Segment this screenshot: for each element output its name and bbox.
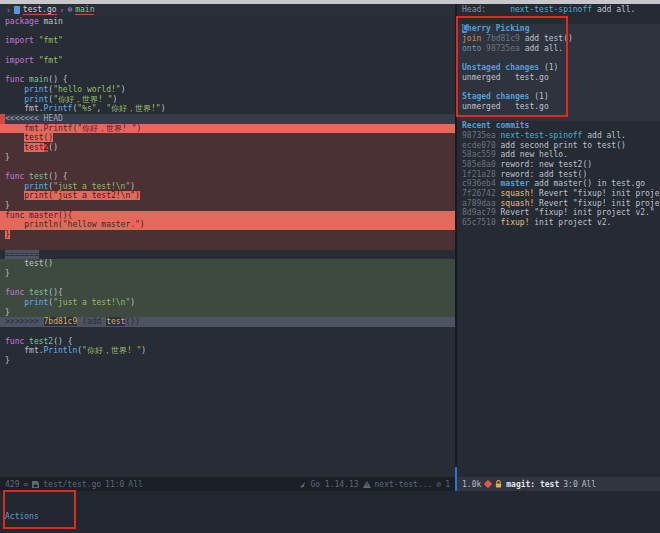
echo-area: Actions A Continue s Skip a Abort: [0, 491, 660, 533]
cursor-position: 11:0: [105, 480, 124, 489]
annotation-box-cherry-pick-section: [456, 16, 568, 117]
code-line: test2(): [0, 143, 455, 153]
editor-modeline: 429 ∞ test/test.go 11:0 All Go 1.14.13 n…: [0, 477, 455, 491]
code-line: print("just a test!\n"): [0, 298, 455, 308]
git-icon: [484, 480, 492, 488]
code-line: import "fmt": [0, 36, 455, 46]
magit-line[interactable]: 65c7510 fixup! init project v2.: [457, 218, 660, 228]
code-line: }: [0, 201, 455, 211]
magit-line[interactable]: 1f21a28 reword: add test(): [457, 170, 660, 180]
code-line: fmt.Printf("你好，世界! "): [0, 124, 455, 134]
code-line: fmt.Printf("%s", "你好，世界!"): [0, 104, 455, 114]
code-line: >>>>>>> 7bd81c9 (add test()): [0, 317, 455, 327]
code-line: }: [0, 269, 455, 279]
symbol-method-icon: ⊕: [67, 6, 72, 14]
link-icon: ∞: [23, 480, 28, 489]
breadcrumb-chevron: ›: [60, 6, 65, 15]
magit-line[interactable]: 58ac559 add new hello.: [457, 150, 660, 160]
buffer-name: magit: test: [506, 480, 559, 489]
code-line: [0, 46, 455, 56]
code-line: [0, 327, 455, 337]
code-line: test(): [0, 259, 455, 269]
vcs-branch: next-test...: [375, 480, 433, 489]
warning-icon: [363, 481, 371, 488]
code-line: }: [0, 356, 455, 366]
magit-line[interactable]: 585e8a0 reword: new test2(): [457, 160, 660, 170]
rocket-icon: [299, 481, 306, 488]
transient-heading: Actions: [5, 511, 660, 522]
code-line: print("just a test2!\n"): [0, 191, 455, 201]
annotation-box-actions-menu: [3, 490, 76, 529]
code-line: }: [0, 153, 455, 163]
code-line: import "fmt": [0, 56, 455, 66]
magit-line[interactable]: 8d9ac79 Revert "fixup! init project v2.": [457, 208, 660, 218]
save-icon: [32, 481, 39, 488]
emacs-frame: › test.go › ⊕ main package mainimport "f…: [0, 0, 660, 533]
code-line: package main: [0, 17, 455, 27]
no-issues-icon: ⊘: [436, 480, 441, 489]
magit-line[interactable]: Head: next-test-spinoff add all.: [457, 5, 660, 15]
code-line: func test(){: [0, 288, 455, 298]
magit-line[interactable]: Recent commits: [457, 121, 660, 131]
code-line: test(): [0, 133, 455, 143]
buffer-size: 429: [5, 480, 19, 489]
magit-line[interactable]: c936eb4 master add master() in test.go: [457, 179, 660, 189]
code-line: =======: [0, 250, 455, 260]
code-line: [0, 65, 455, 75]
magit-modeline: 1.0k magit: test 3:0 All: [457, 477, 660, 491]
code-line: print("hello world!"): [0, 85, 455, 95]
code-line: }: [0, 308, 455, 318]
magit-line[interactable]: ecde070 add second print to test(): [457, 141, 660, 151]
scroll-indicator: All: [128, 480, 142, 489]
code-line: [0, 279, 455, 289]
code-line: println("hellow master."): [0, 220, 455, 230]
editor-window: › test.go › ⊕ main package mainimport "f…: [0, 4, 455, 491]
transient-menu: Actions A Continue s Skip a Abort: [0, 491, 660, 533]
code-line: func master(){: [0, 211, 455, 221]
scroll-indicator: All: [582, 480, 596, 489]
breadcrumb: › test.go › ⊕ main: [0, 4, 455, 16]
breadcrumb-symbol[interactable]: main: [75, 5, 94, 15]
code-line: func main() {: [0, 75, 455, 85]
code-line: <<<<<<< HEAD: [0, 114, 455, 124]
issue-count: 1: [445, 480, 450, 489]
code-line: [0, 162, 455, 172]
buffer-size: 1.0k: [462, 480, 481, 489]
cursor-position: 3:0: [563, 480, 577, 489]
code-line: [0, 27, 455, 37]
code-line: print("你好，世界! "): [0, 95, 455, 105]
breadcrumb-chevron: ›: [6, 6, 11, 15]
buffer-path: test/test.go: [43, 480, 101, 489]
lock-icon: [495, 480, 502, 488]
code-line: func test() {: [0, 172, 455, 182]
code-line: fmt.Println("你好，世界! "): [0, 346, 455, 356]
magit-line[interactable]: 98735ea next-test-spinoff add all.: [457, 131, 660, 141]
go-version: Go 1.14.13: [310, 480, 358, 489]
magit-line[interactable]: 7f26742 squash! Revert "fixup! init proj…: [457, 189, 660, 199]
code-line: [0, 240, 455, 250]
code-buffer: package mainimport "fmt"import "fmt"func…: [0, 16, 455, 366]
file-icon: [14, 6, 20, 14]
breadcrumb-file[interactable]: test.go: [23, 5, 57, 15]
magit-line[interactable]: a789daa squash! Revert "fixup! init proj…: [457, 199, 660, 209]
code-line: print("just a test!\n"): [0, 182, 455, 192]
code-line: func test2() {: [0, 337, 455, 347]
code-line: }: [0, 230, 455, 240]
